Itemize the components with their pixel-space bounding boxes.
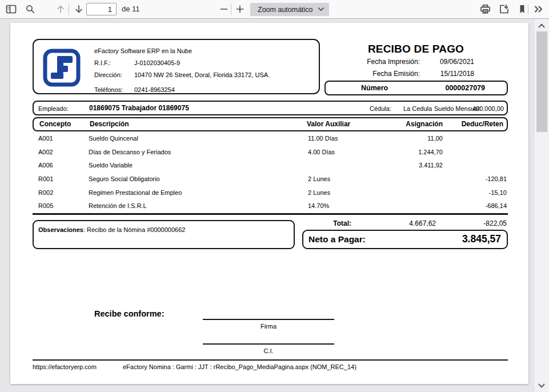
chevron-down-icon <box>538 383 545 388</box>
net-pay-value: 3.845,57 <box>462 233 501 245</box>
double-chevron-right-icon <box>534 5 544 14</box>
cell-valor: 11.00 Días <box>308 135 338 142</box>
cell-descripcion: Días de Descanso y Feriados <box>89 149 171 155</box>
cell-concepto: R005 <box>38 202 53 209</box>
zoom-in-button[interactable] <box>233 2 247 17</box>
print-button[interactable] <box>478 2 492 17</box>
number-value: 0000027079 <box>445 84 485 92</box>
observations-text: : Recibo de la Nómina #0000000662 <box>83 226 186 233</box>
col-header-asignacion: Asignación <box>406 120 443 128</box>
print-date-label: Fecha Impresión: <box>367 58 420 66</box>
sidebar-toggle-button[interactable] <box>3 2 18 17</box>
footer-url: https://efactoryerp.com <box>33 363 97 370</box>
cell-asignacion: 11,00 <box>427 135 443 142</box>
ci-label: C.I. <box>203 347 334 354</box>
vertical-scrollbar[interactable] <box>534 19 549 392</box>
document-page: eFactory Software ERP en la Nube R.I.F.:… <box>10 23 528 384</box>
total-label: Total: <box>333 219 351 227</box>
ci-line <box>203 343 334 345</box>
salary-value: 400.000,00 <box>472 105 504 112</box>
footer-rule <box>33 359 508 361</box>
search-icon <box>25 4 35 14</box>
scrollbar-thumb[interactable] <box>536 31 547 132</box>
cell-descripcion: Seguro Social Obligatorio <box>89 175 160 182</box>
scroll-up-button[interactable] <box>537 22 546 30</box>
cell-asignacion: 1.244,70 <box>418 149 443 155</box>
employee-label: Empleado: <box>38 105 69 112</box>
company-name: eFactory Software ERP en la Nube <box>94 47 192 54</box>
cell-descripcion: Sueldo Variable <box>89 162 133 169</box>
sidebar-toggle-icon <box>6 4 17 14</box>
cell-valor: 14.70% <box>308 202 329 209</box>
rif-label: R.I.F.: <box>94 59 111 66</box>
chevron-up-icon <box>538 23 545 28</box>
cell-descripcion: Retención de I.S.R.L <box>89 202 147 209</box>
receive-conform-label: Recibe conforme: <box>94 309 164 318</box>
col-header-descripcion: Descripción <box>90 120 129 128</box>
more-tools-button[interactable] <box>531 2 546 17</box>
total-deduccion: -822,05 <box>483 219 507 227</box>
phones-label: Teléfonos: <box>94 86 123 93</box>
toolbar-divider <box>69 4 69 15</box>
print-icon <box>480 4 491 14</box>
table-header-box: Concepto Descripción Valor Auxiliar Asig… <box>33 117 508 131</box>
cell-valor: 2 Lunes <box>308 175 330 182</box>
observations-box: Observaciones: Recibo de la Nómina #0000… <box>33 220 295 249</box>
net-pay-box: Neto a Pagar: 3.845,57 <box>302 230 508 249</box>
net-pay-label: Neto a Pagar: <box>308 234 366 245</box>
cell-deduccion: -120,81 <box>486 175 507 182</box>
address-label: Dirección: <box>94 71 122 78</box>
pdf-toolbar: de 11 Zoom automático <box>0 0 549 19</box>
emission-date-value: 15/11/2018 <box>440 70 474 78</box>
number-label: Número <box>361 84 388 92</box>
cell-concepto: R001 <box>38 175 53 182</box>
zoom-out-button[interactable] <box>217 2 231 17</box>
cell-concepto: A002 <box>38 149 53 155</box>
emission-date-label: Fecha Emisión: <box>372 70 420 78</box>
cell-valor: 2 Lunes <box>308 189 330 196</box>
cell-valor: 4.00 Días <box>308 149 335 155</box>
cell-deduccion: -15,10 <box>489 189 507 196</box>
scroll-down-button[interactable] <box>537 382 546 390</box>
arrow-up-icon <box>55 4 66 14</box>
cell-asignacion: 3.411,92 <box>419 162 443 169</box>
bookmark-icon <box>518 4 527 14</box>
plus-icon <box>235 5 245 14</box>
cedula-label: Cédula: <box>370 105 391 112</box>
efactory-logo-icon <box>43 49 81 87</box>
previous-page-button[interactable] <box>53 2 68 17</box>
page-count-label: de 11 <box>122 5 140 13</box>
phones-value: 0241-8963254 <box>134 86 175 93</box>
download-icon <box>499 4 510 14</box>
cell-concepto: R002 <box>38 189 53 196</box>
toolbar-divider <box>231 4 231 15</box>
col-header-deduc-reten: Deduc/Reten <box>462 120 503 128</box>
pdf-viewer-area: eFactory Software ERP en la Nube R.I.F.:… <box>0 19 549 392</box>
employee-value: 01869075 Trabajador 01869075 <box>89 104 189 112</box>
toolbar-divider <box>528 4 528 15</box>
cell-deduccion: -686,14 <box>486 202 507 209</box>
receipt-title: RECIBO DE PAGO <box>324 43 508 55</box>
total-asignacion: 4.667,62 <box>409 219 436 227</box>
chevron-down-icon <box>318 7 324 11</box>
zoom-select[interactable]: Zoom automático <box>250 3 329 16</box>
col-header-valor-auxiliar: Valor Auxiliar <box>307 120 350 128</box>
next-page-button[interactable] <box>71 2 86 17</box>
page-number-input[interactable] <box>86 3 117 15</box>
address-value: 10470 NW 26 Street, Doral, Florida 33172… <box>134 71 270 78</box>
footer-info: eFactory Nomina : Garmi : JJT : rRecibo_… <box>123 363 356 370</box>
employee-box: Empleado: 01869075 Trabajador 01869075 C… <box>33 101 508 115</box>
zoom-select-label: Zoom automático <box>250 6 313 14</box>
cell-concepto: A001 <box>38 135 53 142</box>
col-header-concepto: Concepto <box>39 120 71 128</box>
search-button[interactable] <box>23 2 38 17</box>
cedula-value: La Cedula <box>403 105 432 112</box>
receipt-number-box: Número 0000027079 <box>324 81 508 95</box>
print-date-value: 09/06/2021 <box>440 58 474 66</box>
cell-concepto: A006 <box>38 162 53 169</box>
signature-line <box>203 319 334 320</box>
download-button[interactable] <box>496 2 511 17</box>
arrow-down-icon <box>74 4 84 14</box>
table-bottom-rule <box>33 213 508 215</box>
rif-value: J-0102030405-9 <box>134 59 180 66</box>
